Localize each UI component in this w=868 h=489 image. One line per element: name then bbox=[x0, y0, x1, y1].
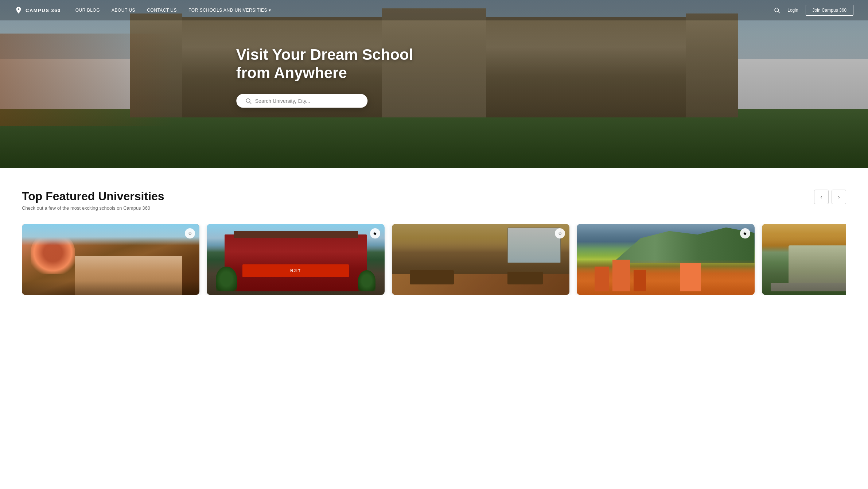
card-sky1 bbox=[22, 224, 199, 245]
search-icon bbox=[774, 7, 780, 13]
njit-tree2 bbox=[358, 270, 376, 292]
nav-blog[interactable]: OUR BLOG bbox=[75, 8, 100, 13]
featured-title-group: Top Featured Universities Check out a fe… bbox=[22, 190, 164, 211]
search-input[interactable] bbox=[255, 98, 359, 104]
logo[interactable]: CAMPUS 360 bbox=[15, 6, 61, 14]
hero-title: Visit Your Dream School from Anywhere bbox=[236, 46, 413, 82]
join-button[interactable]: Join Campus 360 bbox=[806, 5, 853, 16]
featured-title: Top Featured Universities bbox=[22, 190, 164, 203]
njit-text: NJIT bbox=[290, 269, 301, 273]
nav-links: OUR BLOG ABOUT US CONTACT US FOR SCHOOLS… bbox=[75, 8, 774, 13]
carousel-next-button[interactable]: › bbox=[832, 190, 846, 204]
chevron-right-icon: › bbox=[838, 194, 840, 200]
bookmark-icon-2: ★ bbox=[373, 230, 377, 236]
university-card-2[interactable]: NJIT ★ bbox=[207, 224, 384, 295]
logo-icon bbox=[15, 6, 23, 14]
search-button[interactable] bbox=[774, 7, 780, 13]
carousel-prev-button[interactable]: ‹ bbox=[814, 190, 829, 204]
building-a3 bbox=[634, 270, 646, 292]
svg-line-1 bbox=[778, 11, 780, 13]
nav-contact[interactable]: CONTACT US bbox=[147, 8, 177, 13]
left-trees bbox=[0, 34, 174, 126]
search-svg-icon bbox=[245, 97, 252, 104]
building-a1 bbox=[595, 267, 609, 291]
njit-tree1 bbox=[216, 267, 237, 291]
hero-search-icon bbox=[245, 97, 252, 104]
hero-background bbox=[0, 0, 868, 168]
bookmark-btn-2[interactable]: ★ bbox=[370, 228, 380, 238]
chevron-left-icon: ‹ bbox=[821, 194, 822, 200]
card-image-4: ★ bbox=[577, 224, 754, 295]
carousel-controls: ‹ › bbox=[814, 190, 846, 204]
card-bg-campus1 bbox=[22, 224, 199, 295]
bookmark-btn-4[interactable]: ★ bbox=[740, 228, 750, 238]
mountain bbox=[612, 228, 755, 263]
university-card-5[interactable]: ★ bbox=[762, 224, 846, 295]
logo-text: CAMPUS 360 bbox=[26, 8, 61, 13]
card-image-2: NJIT ★ bbox=[207, 224, 384, 295]
card-image-1: ☆ bbox=[22, 224, 199, 295]
featured-section: Top Featured Universities Check out a fe… bbox=[0, 168, 868, 310]
card-bg-aerial bbox=[577, 224, 754, 295]
card-image-3: ☆ bbox=[392, 224, 569, 295]
dropdown-arrow-icon: ▾ bbox=[269, 8, 271, 13]
njit-building bbox=[225, 234, 367, 291]
card-bg-sunrise bbox=[762, 224, 846, 295]
navbar: CAMPUS 360 OUR BLOG ABOUT US CONTACT US … bbox=[0, 0, 868, 20]
university-card-1[interactable]: ☆ bbox=[22, 224, 199, 295]
bookmark-icon-1: ☆ bbox=[188, 230, 192, 236]
building-a4 bbox=[680, 263, 701, 291]
njit-roof bbox=[234, 231, 358, 238]
featured-header: Top Featured Universities Check out a fe… bbox=[22, 190, 846, 211]
bookmark-icon-3: ☆ bbox=[558, 230, 563, 236]
card-image-5: ★ bbox=[762, 224, 846, 295]
nav-schools[interactable]: FOR SCHOOLS AND UNIVERSITIES ▾ bbox=[188, 8, 271, 13]
featured-subtitle: Check out a few of the most exciting sch… bbox=[22, 205, 164, 211]
university-card-4[interactable]: ★ bbox=[577, 224, 754, 295]
hero-section: Visit Your Dream School from Anywhere bbox=[0, 0, 868, 168]
card-bg-njit: NJIT bbox=[207, 224, 384, 295]
hero-search-bar[interactable] bbox=[236, 94, 367, 108]
login-link[interactable]: Login bbox=[787, 8, 798, 13]
navbar-right: Login Join Campus 360 bbox=[774, 5, 853, 16]
svg-line-3 bbox=[249, 102, 251, 104]
nav-about[interactable]: ABOUT US bbox=[112, 8, 135, 13]
cards-row: ☆ NJIT bbox=[22, 224, 846, 295]
building-a2 bbox=[612, 260, 630, 292]
card-bg-interior bbox=[392, 224, 569, 295]
hero-content: Visit Your Dream School from Anywhere bbox=[236, 46, 413, 108]
bookmark-icon-4: ★ bbox=[743, 230, 747, 236]
university-card-3[interactable]: ☆ bbox=[392, 224, 569, 295]
njit-sign: NJIT bbox=[242, 264, 349, 277]
